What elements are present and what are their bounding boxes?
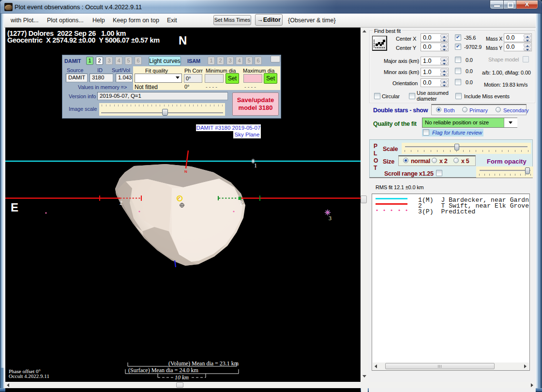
- svg-text:N: N: [184, 169, 187, 174]
- svg-text:Occult 4.2022.9.11: Occult 4.2022.9.11: [9, 373, 49, 379]
- svg-text:(Surface) Mean dia = 24.0 km: (Surface) Mean dia = 24.0 km: [128, 367, 198, 374]
- svg-text:2: 2: [240, 200, 243, 207]
- svg-text:1: 1: [254, 162, 257, 169]
- svg-text:(Volume) Mean dia = 23.1 km: (Volume) Mean dia = 23.1 km: [168, 360, 239, 367]
- svg-text:2: 2: [120, 199, 122, 206]
- svg-text:10 km: 10 km: [175, 374, 189, 381]
- svg-text:3: 3: [329, 215, 331, 222]
